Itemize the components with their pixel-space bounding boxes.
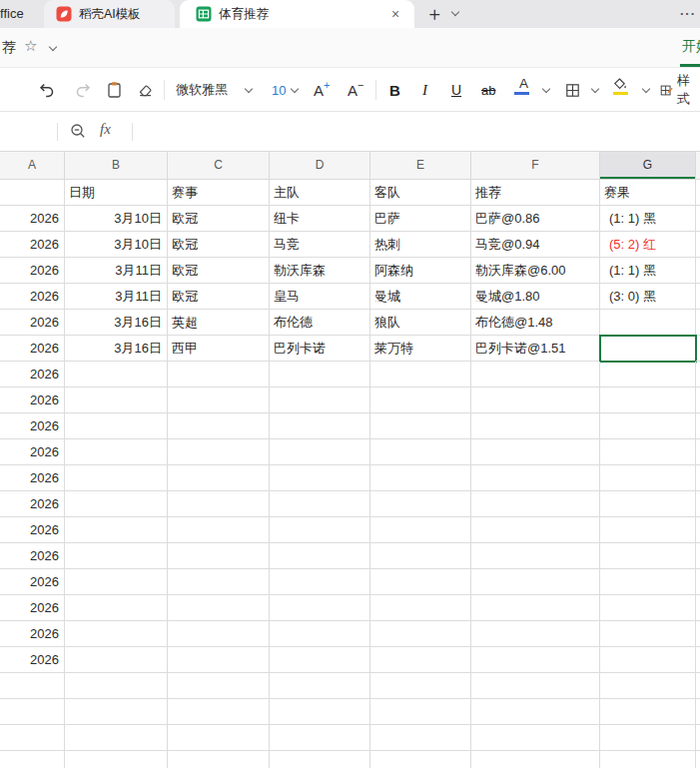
cell-A16[interactable]: 2026: [0, 569, 65, 595]
cell-A10[interactable]: 2026: [0, 413, 65, 439]
cell-E18[interactable]: [370, 621, 471, 647]
cell-C9[interactable]: [168, 387, 270, 413]
cell-E2[interactable]: 巴萨: [370, 206, 471, 232]
cell-C4[interactable]: 欧冠: [168, 258, 270, 284]
cell-C13[interactable]: [168, 491, 270, 517]
cell-E19[interactable]: [370, 647, 471, 673]
font-name-select[interactable]: 微软雅黑: [176, 80, 228, 100]
cell-C7[interactable]: 西甲: [168, 336, 270, 362]
column-header-G[interactable]: G: [600, 152, 696, 179]
cell-D7[interactable]: 巴列卡诺: [270, 336, 370, 362]
cell-F13[interactable]: [471, 491, 600, 517]
cell-B23[interactable]: [65, 751, 168, 768]
new-tab-button[interactable]: ＋: [423, 3, 445, 25]
cell-A22[interactable]: [0, 725, 65, 751]
cell-B8[interactable]: [65, 362, 168, 387]
font-color-chevron-icon[interactable]: [542, 85, 550, 93]
cell-D6[interactable]: 布伦德: [270, 310, 370, 336]
cell-A13[interactable]: 2026: [0, 491, 65, 517]
cell-B22[interactable]: [65, 725, 168, 751]
cell-B9[interactable]: [65, 387, 168, 413]
cell-E23[interactable]: [370, 751, 471, 768]
cell-C23[interactable]: [168, 751, 270, 768]
cell-D12[interactable]: [270, 465, 370, 491]
cell-G6[interactable]: [600, 310, 696, 336]
cell-A18[interactable]: 2026: [0, 621, 65, 647]
cell-A14[interactable]: 2026: [0, 517, 65, 543]
favorite-star-icon[interactable]: ☆: [24, 37, 37, 55]
cell-A3[interactable]: 2026: [0, 232, 65, 258]
cell-B4[interactable]: 3月11日: [65, 258, 168, 284]
cell-F11[interactable]: [471, 439, 600, 465]
fill-color-button[interactable]: [612, 78, 628, 98]
cell-C14[interactable]: [168, 517, 270, 543]
font-color-button[interactable]: A: [514, 78, 529, 98]
cell-G19[interactable]: [600, 647, 696, 673]
cell-A7[interactable]: 2026: [0, 336, 65, 362]
tab-docer-templates[interactable]: 稻壳AI模板: [44, 0, 175, 28]
cell-C3[interactable]: 欧冠: [168, 232, 270, 258]
cell-E10[interactable]: [370, 413, 471, 439]
cell-A23[interactable]: [0, 751, 65, 768]
cell-D18[interactable]: [270, 621, 370, 647]
cell-C5[interactable]: 欧冠: [168, 284, 270, 310]
decrease-font-button[interactable]: A−: [348, 80, 363, 100]
cell-F2[interactable]: 巴萨@0.86: [471, 206, 600, 232]
cell-D8[interactable]: [270, 362, 370, 387]
font-size-chevron-icon[interactable]: [291, 85, 299, 93]
cell-A4[interactable]: 2026: [0, 258, 65, 284]
bold-button[interactable]: B: [389, 80, 400, 100]
cell-C20[interactable]: [168, 673, 270, 699]
column-header-F[interactable]: F: [471, 152, 600, 179]
cell-E13[interactable]: [370, 491, 471, 517]
cell-B14[interactable]: [65, 517, 168, 543]
cell-D21[interactable]: [270, 699, 370, 725]
strikethrough-button[interactable]: ab: [481, 80, 495, 100]
cell-C8[interactable]: [168, 362, 270, 387]
cell-C1[interactable]: 赛事: [168, 180, 270, 206]
cell-F15[interactable]: [471, 543, 600, 569]
cell-G5[interactable]: (3: 0) 黑: [600, 284, 696, 310]
cell-E15[interactable]: [370, 543, 471, 569]
cell-A19[interactable]: 2026: [0, 647, 65, 673]
cell-B5[interactable]: 3月11日: [65, 284, 168, 310]
cell-G17[interactable]: [600, 595, 696, 621]
paste-button[interactable]: [106, 80, 123, 100]
cell-G2[interactable]: (1: 1) 黑: [600, 206, 696, 232]
cell-D9[interactable]: [270, 387, 370, 413]
column-header-B[interactable]: B: [65, 152, 168, 179]
formula-bar[interactable]: fx: [0, 112, 700, 152]
cell-G7[interactable]: [600, 336, 696, 362]
font-name-chevron-icon[interactable]: [245, 85, 253, 93]
cell-F21[interactable]: [471, 699, 600, 725]
cell-G12[interactable]: [600, 465, 696, 491]
cell-F17[interactable]: [471, 595, 600, 621]
cell-G4[interactable]: (1: 1) 黑: [600, 258, 696, 284]
menu-tab-home[interactable]: 开始: [682, 38, 700, 56]
cell-F8[interactable]: [471, 362, 600, 387]
cell-G20[interactable]: [600, 673, 696, 699]
cell-E5[interactable]: 曼城: [370, 284, 471, 310]
font-size-select[interactable]: 10: [272, 80, 286, 100]
cell-F20[interactable]: [471, 673, 600, 699]
increase-font-button[interactable]: A+: [314, 80, 330, 100]
cell-A17[interactable]: 2026: [0, 595, 65, 621]
cell-B20[interactable]: [65, 673, 168, 699]
cell-B2[interactable]: 3月10日: [65, 206, 168, 232]
cell-B10[interactable]: [65, 413, 168, 439]
cell-A20[interactable]: [0, 673, 65, 699]
cell-E8[interactable]: [370, 362, 471, 387]
cell-F9[interactable]: [471, 387, 600, 413]
cell-G10[interactable]: [600, 413, 696, 439]
cell-E3[interactable]: 热刺: [370, 232, 471, 258]
more-columns-indicator[interactable]: ···: [680, 0, 696, 27]
cell-E21[interactable]: [370, 699, 471, 725]
underline-button[interactable]: U: [451, 80, 461, 100]
zoom-out-icon[interactable]: [70, 123, 87, 140]
cell-D4[interactable]: 勒沃库森: [270, 258, 370, 284]
cell-B13[interactable]: [65, 491, 168, 517]
cell-E14[interactable]: [370, 517, 471, 543]
cell-E4[interactable]: 阿森纳: [370, 258, 471, 284]
cell-F12[interactable]: [471, 465, 600, 491]
borders-chevron-icon[interactable]: [591, 85, 599, 93]
